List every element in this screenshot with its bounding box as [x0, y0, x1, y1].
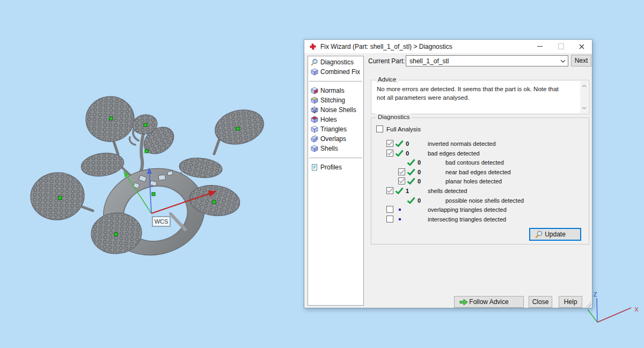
diagnostic-label: bad edges detected: [428, 150, 480, 157]
sidebar-item-label: Profiles: [320, 164, 342, 171]
diagnostics-group-label: Diagnostics: [376, 114, 412, 120]
diagnostic-label: possible noise shells detected: [445, 197, 524, 204]
svg-text:X: X: [634, 306, 639, 313]
update-button-label: Update: [545, 231, 566, 238]
diagnostic-checkbox[interactable]: [398, 168, 405, 175]
full-analysis-checkbox[interactable]: [376, 125, 383, 132]
diagnostic-label: intersecting triangles detected: [428, 216, 506, 223]
pending-dot-icon: [399, 209, 401, 211]
check-icon: [395, 187, 404, 194]
diagnostic-checkbox[interactable]: [386, 216, 393, 223]
full-analysis-label: Full Analysis: [386, 126, 421, 132]
diagnostic-checkbox[interactable]: [386, 140, 393, 147]
cube-noise-icon: [311, 106, 318, 114]
diagnostic-row: 0inverted normals detected: [371, 139, 589, 148]
diagnostic-row: 0planar holes detected: [371, 177, 589, 186]
current-part-label: Current Part:: [368, 57, 405, 65]
sidebar-separator: [309, 158, 362, 158]
sidebar-item-stitching[interactable]: Stitching: [309, 95, 363, 105]
cube-shells-icon: [311, 145, 318, 152]
sidebar-item-holes[interactable]: Holes: [309, 115, 363, 124]
sidebar-separator: [309, 81, 362, 82]
cube-triangles-icon: [311, 125, 318, 133]
wcs-label: WCS: [152, 217, 170, 226]
diagnostic-count: 0: [418, 159, 421, 166]
diagnostic-count: 0: [418, 197, 421, 204]
scroll-down-icon[interactable]: [580, 104, 588, 112]
cube-icon: [311, 68, 318, 76]
diagnostic-label: shells detected: [428, 188, 467, 194]
diagnostic-row: 0bad contours detected: [371, 158, 589, 167]
check-icon: [407, 168, 415, 175]
sidebar-item-label: Holes: [320, 116, 337, 123]
sidebar-item-label: Triangles: [320, 125, 347, 133]
diagnostic-checkbox[interactable]: [398, 177, 405, 184]
diagnostic-row: 0bad edges detected: [371, 149, 589, 158]
sidebar: DiagnosticsCombined FixNormalsStitchingN…: [308, 56, 364, 306]
sidebar-item-combined-fix[interactable]: Combined Fix: [309, 67, 363, 77]
desktop: { "viewport": { "wcs_label": "WCS", "tri…: [0, 0, 644, 348]
orientation-triad: Z X: [588, 291, 639, 322]
profiles-icon: [311, 164, 318, 171]
diagnostic-row: overlapping triangles detected: [371, 205, 589, 214]
diagnostic-row: 1shells detected: [371, 187, 589, 195]
scroll-up-icon[interactable]: [580, 82, 588, 90]
svg-text:WCS: WCS: [155, 218, 169, 225]
follow-advice-label: Follow Advice: [469, 298, 508, 306]
cube-overlaps-icon: [311, 135, 318, 143]
cube-normals-icon: [311, 87, 318, 94]
sidebar-item-overlaps[interactable]: Overlaps: [309, 134, 363, 144]
diagnostic-checkbox[interactable]: [386, 150, 393, 157]
diagnostics-group: Diagnostics Full Analysis 0inverted norm…: [371, 117, 589, 245]
green-arrow-icon: [459, 299, 469, 306]
close-icon: [579, 44, 584, 49]
advice-scrollbar[interactable]: [580, 81, 588, 113]
diagnostic-row: 0near bad edges detected: [371, 168, 589, 176]
magnifier-icon: [311, 58, 318, 66]
check-icon: [395, 150, 404, 157]
titlebar[interactable]: Fix Wizard (Part: shell_1_of_stl) > Diag…: [304, 40, 592, 53]
diagnostic-checkbox[interactable]: [386, 187, 393, 194]
magnifier-icon: [535, 231, 543, 239]
check-icon: [395, 140, 404, 147]
svg-text:Z: Z: [594, 291, 597, 298]
sidebar-item-label: Overlaps: [320, 135, 346, 143]
diagnostic-label: overlapping triangles detected: [428, 206, 507, 213]
resize-grip[interactable]: [584, 300, 591, 307]
maximize-button[interactable]: [551, 40, 571, 53]
sidebar-item-triangles[interactable]: Triangles: [309, 124, 363, 134]
help-button[interactable]: Help: [559, 296, 582, 308]
cube-stitching-icon: [311, 97, 318, 104]
jewelry-ring-model: [28, 94, 267, 265]
advice-text: No more errors are detected. It seems th…: [377, 85, 564, 102]
diagnostic-label: bad contours detected: [445, 159, 504, 166]
sidebar-item-label: Shells: [320, 145, 338, 152]
update-button[interactable]: Update: [530, 228, 581, 240]
maximize-icon: [558, 43, 564, 49]
current-part-value: shell_1_of_stl: [409, 57, 449, 65]
minimize-button[interactable]: [530, 40, 550, 53]
sidebar-item-normals[interactable]: Normals: [309, 86, 363, 95]
pending-dot-icon: [399, 218, 401, 220]
close-dialog-button[interactable]: Close: [529, 296, 552, 308]
sidebar-item-label: Diagnostics: [320, 58, 354, 66]
sidebar-item-profiles[interactable]: Profiles: [309, 162, 363, 172]
diagnostic-label: near bad edges detected: [445, 169, 511, 175]
diagnostic-count: 1: [406, 188, 409, 194]
sidebar-item-diagnostics[interactable]: Diagnostics: [309, 57, 363, 67]
fix-wizard-dialog: Fix Wizard (Part: shell_1_of_stl) > Diag…: [304, 39, 592, 308]
next-button[interactable]: Next: [571, 55, 591, 66]
check-icon: [407, 159, 415, 166]
diagnostic-checkbox[interactable]: [386, 206, 393, 213]
current-part-select[interactable]: shell_1_of_stl: [406, 55, 568, 66]
check-icon: [407, 177, 415, 184]
full-analysis-option[interactable]: Full Analysis: [376, 125, 421, 132]
minimize-icon: [537, 46, 543, 47]
follow-advice-button[interactable]: Follow Advice: [454, 296, 524, 308]
close-button[interactable]: [572, 40, 592, 53]
sidebar-item-noise-shells[interactable]: Noise Shells: [309, 105, 363, 115]
sidebar-item-label: Stitching: [320, 97, 345, 104]
sidebar-item-label: Normals: [320, 87, 345, 94]
sidebar-item-shells[interactable]: Shells: [309, 144, 363, 153]
sidebar-item-label: Combined Fix: [320, 68, 360, 76]
